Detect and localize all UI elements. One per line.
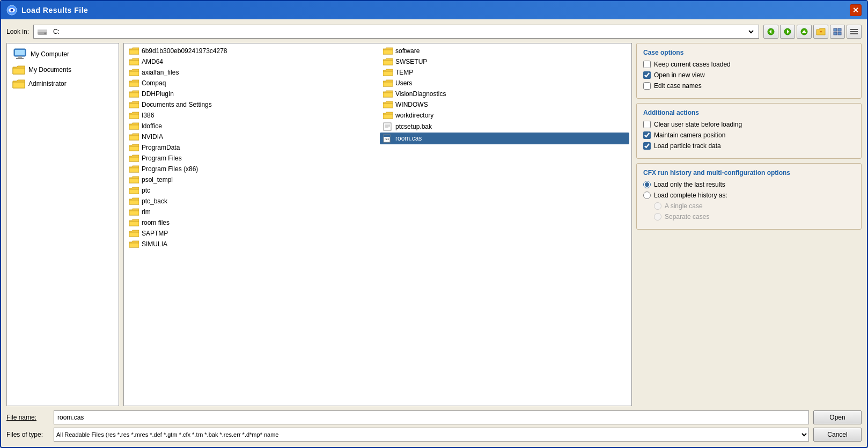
up-button[interactable] [797,25,812,39]
maintain-camera-label: Maintain camera position [654,131,725,139]
file-column-right: softwareSWSETUPTEMPUsersVisionDiagnostic… [378,43,631,406]
svg-text:✦: ✦ [819,30,823,34]
list-item[interactable]: VisionDiagnostics [380,89,629,99]
look-in-row: Look in: C: [6,25,862,39]
load-last-radio[interactable] [643,181,651,188]
list-item[interactable]: room files [126,217,376,228]
eye-icon [6,5,17,16]
list-item[interactable]: ProgramData [126,142,376,153]
list-item[interactable]: SWSETUP [380,56,629,67]
case-options-title: Case options [643,49,855,56]
edit-case-names-checkbox[interactable] [643,82,651,90]
list-item[interactable]: software [380,46,629,56]
load-particle-label: Load particle track data [654,142,721,150]
svg-rect-18 [850,31,858,32]
list-item[interactable]: SAPTMP [126,228,376,239]
sidebar-label-my-computer: My Computer [31,50,69,58]
svg-rect-23 [16,58,24,59]
cancel-button[interactable]: Cancel [813,428,862,442]
list-item[interactable]: ldoffice [126,121,376,131]
list-item[interactable]: WINDOWS [380,99,629,110]
open-button[interactable]: Open [813,410,862,424]
list-item[interactable]: Users [380,78,629,89]
svg-rect-15 [834,32,837,35]
toolbar-buttons: ✦ [763,25,862,39]
new-folder-button[interactable]: ✦ [813,25,828,39]
view-grid-button[interactable] [830,25,845,39]
keep-current-label: Keep current cases loaded [654,61,731,68]
list-item[interactable]: CASroom.cas [380,133,629,144]
checkbox-clear-user-state: Clear user state before loading [643,121,855,128]
list-item[interactable]: I386 [126,110,376,121]
checkbox-load-particle: Load particle track data [643,142,855,150]
list-item[interactable]: Program Files [126,153,376,164]
svg-rect-22 [18,56,22,58]
folder-icon-administrator [12,79,25,89]
keep-current-checkbox[interactable] [643,61,651,68]
list-item[interactable]: workdirectory [380,110,629,121]
filename-row: File name: Open [6,410,862,424]
open-new-view-label: Open in new view [654,71,705,79]
list-item[interactable]: rlm [126,207,376,217]
svg-rect-13 [834,28,837,31]
list-item[interactable]: axialfan_files [126,67,376,78]
look-in-label: Look in: [6,28,29,35]
list-item[interactable]: 6b9d1b300eb09241973c4278 [126,46,376,56]
look-in-combo[interactable]: C: [33,25,759,39]
list-item[interactable]: Program Files (x86) [126,164,376,174]
list-item[interactable]: Compaq [126,78,376,89]
edit-case-names-label: Edit case names [654,82,702,90]
filetype-row: Files of type: All Readable Files (res *… [6,428,862,442]
cfx-options-section: CFX run history and multi-configuration … [636,163,862,230]
svg-rect-29 [384,135,390,137]
clear-user-state-checkbox[interactable] [643,121,651,128]
separate-cases-radio[interactable] [654,213,661,221]
left-panel: My Computer My Documents Administrator [6,43,119,406]
computer-icon [12,48,27,61]
filetype-select[interactable]: All Readable Files (res *.res *.mres *.d… [54,428,809,442]
sidebar-item-my-documents[interactable]: My Documents [9,63,116,77]
list-item[interactable]: ptc [126,185,376,196]
forward-button[interactable] [780,25,795,39]
svg-rect-19 [850,33,858,34]
additional-actions-title: Additional actions [643,109,855,116]
list-item[interactable]: NVIDIA [126,131,376,142]
back-button[interactable] [763,25,778,39]
svg-rect-21 [15,50,25,55]
list-item[interactable]: SIMULIA [126,239,376,249]
svg-point-5 [45,33,46,34]
radio-single-case: A single case [654,202,855,210]
svg-text:CAS: CAS [385,138,389,141]
checkbox-open-new-view: Open in new view [643,71,855,79]
radio-load-last: Load only the last results [643,181,855,188]
svg-point-2 [11,9,13,12]
sidebar-label-administrator: Administrator [28,80,67,87]
list-item[interactable]: ptcsetup.bak [380,121,629,133]
cfx-options-title: CFX run history and multi-configuration … [643,169,855,177]
svg-rect-14 [838,28,841,31]
clear-user-state-label: Clear user state before loading [654,121,742,128]
single-case-label: A single case [665,202,703,210]
load-particle-checkbox[interactable] [643,142,651,150]
list-item[interactable]: Documents and Settings [126,99,376,110]
maintain-camera-checkbox[interactable] [643,131,651,139]
sidebar-item-my-computer[interactable]: My Computer [9,46,116,63]
list-item[interactable]: DDHPlugIn [126,89,376,99]
additional-actions-section: Additional actions Clear user state befo… [636,103,862,159]
checkbox-edit-case-names: Edit case names [643,82,855,90]
close-button[interactable]: ✕ [850,4,862,16]
dialog-body: Look in: C: [1,19,867,447]
svg-rect-4 [38,30,47,32]
view-list-button[interactable] [847,25,862,39]
radio-separate-cases: Separate cases [654,213,855,221]
list-item[interactable]: AMD64 [126,56,376,67]
filename-input[interactable] [54,410,809,424]
open-new-view-checkbox[interactable] [643,71,651,79]
single-case-radio[interactable] [654,202,661,210]
list-item[interactable]: TEMP [380,67,629,78]
list-item[interactable]: ptc_back [126,196,376,207]
look-in-select[interactable]: C: [51,27,755,36]
list-item[interactable]: psol_templ [126,174,376,185]
load-complete-radio[interactable] [643,192,651,199]
sidebar-item-administrator[interactable]: Administrator [9,77,116,91]
